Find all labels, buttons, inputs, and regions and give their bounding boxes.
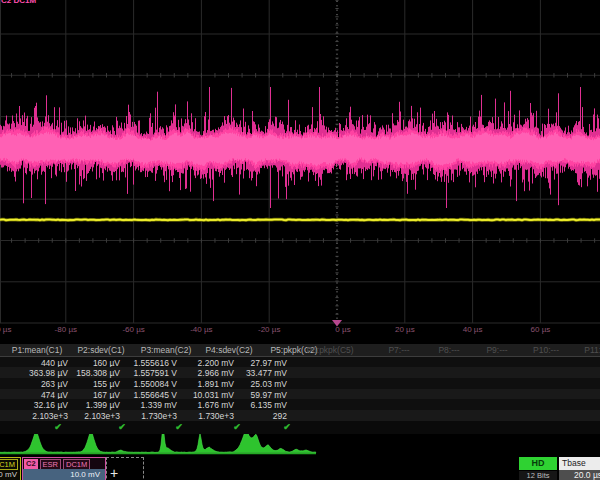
c2-vertical-scale: 10.0 mV bbox=[70, 470, 100, 479]
param-mean-value: 33.477 mV bbox=[246, 368, 287, 378]
param-num-value: 1.730e+3 bbox=[141, 411, 177, 421]
table-row: ✔✔✔✔✔ bbox=[0, 421, 600, 434]
param-max-value: 474 µV bbox=[41, 390, 68, 400]
param-value-value: 160 µV bbox=[93, 358, 120, 368]
status-check-icon: ✔ bbox=[54, 422, 62, 432]
table-row: 440 µV160 µV1.555616 V2.200 mV27.97 mV bbox=[0, 357, 600, 368]
param-value-value: 2.200 mV bbox=[198, 358, 234, 368]
param-sdev-value: 1.676 mV bbox=[198, 400, 234, 410]
time-label: 20 µs bbox=[395, 325, 415, 334]
param-sdev-value: 1.399 µV bbox=[86, 400, 120, 410]
time-label: -100 µs bbox=[0, 325, 11, 334]
table-row: P1:mean(C1)P2:sdev(C1)P3:mean(C2)P4:sdev… bbox=[0, 344, 600, 357]
param-max-value: 1.556645 V bbox=[134, 390, 177, 400]
status-check-icon: ✔ bbox=[118, 422, 126, 432]
plus-icon: + bbox=[110, 466, 118, 480]
status-check-icon: ✔ bbox=[233, 422, 241, 432]
param-max-value: 167 µV bbox=[93, 390, 120, 400]
hd-mode-badge: HD bbox=[519, 457, 557, 470]
time-label: -80 µs bbox=[55, 325, 77, 334]
param-header[interactable]: P4:sdev(C2) bbox=[205, 345, 252, 355]
time-label: -20 µs bbox=[258, 325, 280, 334]
time-label: -40 µs bbox=[190, 325, 212, 334]
c1-coupling-badge: DC1M bbox=[0, 459, 18, 470]
status-check-icon: ✔ bbox=[283, 422, 291, 432]
param-value-value: 27.97 mV bbox=[251, 358, 287, 368]
param-mean-value: 2.966 mV bbox=[198, 368, 234, 378]
time-label: -60 µs bbox=[122, 325, 144, 334]
param-header[interactable]: P1:mean(C1) bbox=[12, 345, 63, 355]
timebase-label: Tbase bbox=[562, 457, 586, 470]
param-header[interactable]: P11:--- bbox=[584, 345, 600, 355]
param-header[interactable]: P7:--- bbox=[388, 345, 409, 355]
param-sdev-value: 32.16 µV bbox=[34, 400, 68, 410]
param-header[interactable]: P6:pkpk(C5) bbox=[306, 345, 353, 355]
param-min-value: 155 µV bbox=[93, 379, 120, 389]
param-min-value: 1.891 mV bbox=[198, 379, 234, 389]
table-row: 363.98 µV158.308 µV1.557591 V2.966 mV33.… bbox=[0, 367, 600, 378]
param-header[interactable]: P8:--- bbox=[438, 345, 459, 355]
table-row: 2.103e+32.103e+31.730e+31.730e+3292 bbox=[0, 410, 600, 421]
time-label: 0 µs bbox=[335, 325, 350, 334]
param-num-value: 2.103e+3 bbox=[32, 411, 68, 421]
param-num-value: 2.103e+3 bbox=[84, 411, 120, 421]
channel-descriptor-c1[interactable]: C1 DC1M 10.0 mV bbox=[0, 457, 21, 480]
param-mean-value: 1.557591 V bbox=[134, 368, 177, 378]
param-header[interactable]: P3:mean(C2) bbox=[141, 345, 192, 355]
param-mean-value: 363.98 µV bbox=[29, 368, 68, 378]
param-value-value: 440 µV bbox=[41, 358, 68, 368]
time-label: 40 µs bbox=[463, 325, 483, 334]
param-header[interactable]: P2:sdev(C1) bbox=[77, 345, 124, 355]
param-header[interactable]: P10:--- bbox=[533, 345, 559, 355]
hd-bits-label: 12 Bits bbox=[519, 471, 557, 480]
param-sdev-value: 1.339 mV bbox=[141, 400, 177, 410]
status-check-icon: ✔ bbox=[175, 422, 183, 432]
time-label: 60 µs bbox=[531, 325, 551, 334]
measurement-table[interactable]: P1:mean(C1)P2:sdev(C1)P3:mean(C2)P4:sdev… bbox=[0, 344, 600, 432]
table-row: 263 µV155 µV1.550084 V1.891 mV25.03 mV bbox=[0, 378, 600, 389]
param-num-value: 1.730e+3 bbox=[198, 411, 234, 421]
param-max-value: 10.031 mV bbox=[193, 390, 234, 400]
param-sdev-value: 6.135 mV bbox=[251, 400, 287, 410]
table-row: 474 µV167 µV1.556645 V10.031 mV59.97 mV bbox=[0, 389, 600, 400]
param-min-value: 263 µV bbox=[41, 379, 68, 389]
trace-label-c2: C2 DC1M bbox=[1, 0, 36, 5]
param-min-value: 25.03 mV bbox=[251, 379, 287, 389]
add-trace-button[interactable]: + bbox=[106, 457, 144, 480]
timebase-descriptor[interactable]: Tbase 0.00 ms bbox=[559, 457, 600, 470]
param-value-value: 1.555616 V bbox=[134, 358, 177, 368]
param-header[interactable]: P9:--- bbox=[486, 345, 507, 355]
table-row: 32.16 µV1.399 µV1.339 mV1.676 mV6.135 mV bbox=[0, 399, 600, 410]
timebase-scale[interactable]: 20.0 µs bbox=[559, 470, 600, 480]
param-mean-value: 158.308 µV bbox=[76, 368, 120, 378]
param-min-value: 1.550084 V bbox=[134, 379, 177, 389]
channel-descriptor-c2[interactable]: C2 ESR DC1M 10.0 mV bbox=[22, 457, 106, 480]
c1-vertical-scale: 10.0 mV bbox=[0, 470, 17, 479]
param-max-value: 59.97 mV bbox=[251, 390, 287, 400]
oscilloscope-screen: C2 DC1M -100 µs-80 µs-60 µs-40 µs-20 µs0… bbox=[0, 0, 600, 480]
param-num-value: 292 bbox=[273, 411, 287, 421]
